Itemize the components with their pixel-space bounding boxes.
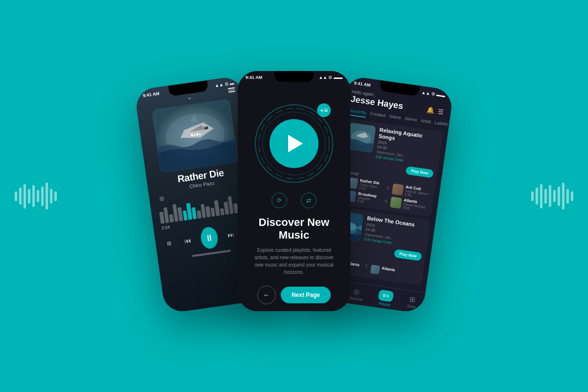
replay-icon[interactable]: ⟳ [271, 193, 287, 208]
filter-artist[interactable]: Artist [420, 118, 431, 127]
album-art [152, 99, 239, 173]
nav-store-label: Store [407, 304, 416, 309]
discover-title: Discover New Music [247, 216, 341, 242]
nav-store[interactable]: ⊞ Store [407, 295, 417, 309]
menu-icon[interactable]: ☰ [438, 108, 444, 116]
playlist-meta-2: Below The Oceans 2019 54:30 Vaporwave, J… [364, 215, 426, 250]
prev-button[interactable]: ⏮ [181, 233, 194, 248]
playlist-meta-1: Relaxing Aquatic Songs 2019 54:30 Vaporw… [375, 127, 439, 168]
bookmark-btn[interactable]: ⊞ [163, 236, 175, 251]
svg-rect-6 [196, 133, 198, 136]
time-2: 9:41 AM [245, 75, 262, 80]
svg-rect-4 [191, 134, 193, 137]
nav-playlist-label: Playlist [379, 301, 391, 307]
play-now-btn-1[interactable]: Play Now [406, 166, 434, 178]
playlist-section-1: Relaxing Aquatic Songs 2019 54:30 Vaporw… [334, 118, 443, 217]
header-icons: 🔔 ☰ [426, 106, 444, 116]
waveform-right [531, 183, 573, 210]
song-num-4: 4. [385, 199, 389, 204]
next-button[interactable]: ⏭ [224, 227, 237, 243]
discover-description: Explore curated playlists, featured arti… [247, 246, 341, 276]
big-play-container [255, 104, 333, 183]
filter-name[interactable]: Name [389, 114, 401, 122]
filter-created[interactable]: Created [369, 111, 386, 120]
discover-icon: ◎ [353, 287, 360, 296]
chevron-down-icon[interactable]: ⌄ [187, 94, 193, 101]
nav-discover[interactable]: ◎ Discover [348, 287, 365, 302]
song-thumb-2 [392, 183, 404, 196]
bell-icon[interactable]: 🔔 [426, 106, 435, 114]
player-menu-button[interactable] [228, 87, 235, 92]
nav-discover-label: Discover [348, 295, 363, 302]
next-page-button[interactable]: Next Page [281, 287, 331, 303]
pause-button[interactable]: ⏸ [199, 226, 220, 249]
time-current: 2:04 [161, 224, 171, 230]
notch-2 [274, 71, 314, 82]
song-num-2: 2. [387, 186, 391, 191]
filter-labels[interactable]: Labels [434, 120, 448, 129]
song-thumb-4 [390, 196, 402, 209]
store-icon: ⊞ [409, 295, 416, 304]
discover-main: +≡ ⟳ ⇄ [238, 81, 350, 311]
waveform-left [15, 183, 57, 210]
bookmark-icon[interactable]: ⊞ [159, 195, 165, 202]
phones-container: 9:41 AM ▲▲ ⊙ ▬ ⌄ [0, 0, 588, 392]
nav-playlist[interactable]: ≡+ Playlist [377, 290, 394, 308]
signal-2: ▲▲ ⊙ ▬▬ [318, 75, 343, 80]
shuffle-icon[interactable]: ⇄ [301, 193, 317, 208]
mid-ring [262, 112, 326, 175]
playlist-icon: ≡+ [378, 290, 394, 302]
filter-genre[interactable]: Genre [404, 116, 417, 124]
svg-rect-7 [199, 133, 201, 135]
discover-buttons: ← Next Page [257, 286, 331, 304]
bottom-icons: ⟳ ⇄ [265, 193, 323, 208]
back-button[interactable]: ← [257, 286, 276, 304]
svg-rect-5 [194, 134, 196, 136]
play-now-btn-2[interactable]: Play Now [394, 249, 422, 262]
filter-recently[interactable]: Recently [348, 108, 367, 118]
phone-discover: 9:41 AM ▲▲ ⊙ ▬▬ +≡ [238, 71, 350, 311]
